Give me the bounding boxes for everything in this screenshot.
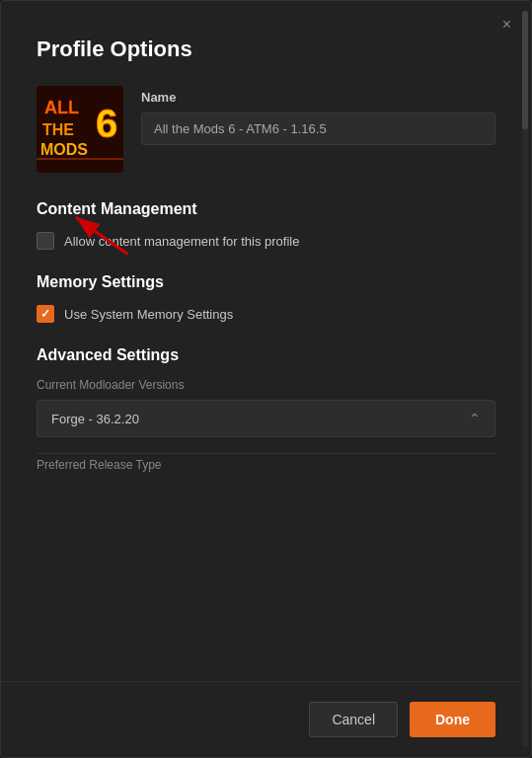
content-management-section: Content Management Allow content managem… xyxy=(37,200,495,250)
cancel-button[interactable]: Cancel xyxy=(309,702,398,737)
advanced-settings-section: Advanced Settings Current Modloader Vers… xyxy=(37,346,495,476)
profile-image: ALL THE MODS 6 xyxy=(37,86,123,173)
svg-text:ALL: ALL xyxy=(44,98,79,117)
dialog-body: Profile Options ALL THE MODS 6 xyxy=(1,1,531,681)
modloader-value: Forge - 36.2.20 xyxy=(51,412,139,426)
dialog-title: Profile Options xyxy=(37,37,495,62)
done-button[interactable]: Done xyxy=(410,702,495,737)
profile-row: ALL THE MODS 6 Name All the Mods 6 - ATM… xyxy=(37,86,495,173)
scrollbar-thumb[interactable] xyxy=(522,11,528,129)
svg-text:THE: THE xyxy=(42,121,74,138)
memory-settings-label: Use System Memory Settings xyxy=(64,307,233,322)
scrollbar-track[interactable] xyxy=(522,11,528,747)
memory-settings-section: Memory Settings ✓ Use System Memory Sett… xyxy=(37,273,495,323)
name-input[interactable]: All the Mods 6 - ATM6 - 1.16.5 xyxy=(141,113,495,145)
svg-text:MODS: MODS xyxy=(40,141,88,158)
memory-settings-checkbox-row[interactable]: ✓ Use System Memory Settings xyxy=(37,305,495,323)
preferred-release-label: Preferred Release Type xyxy=(37,453,495,476)
modloader-dropdown[interactable]: Forge - 36.2.20 ⌃ xyxy=(37,400,495,437)
chevron-up-icon: ⌃ xyxy=(469,411,481,426)
content-management-checkbox-row[interactable]: Allow content management for this profil… xyxy=(37,232,495,250)
dialog-footer: Cancel Done xyxy=(1,681,531,757)
modloader-label: Current Modloader Versions xyxy=(37,378,495,392)
memory-settings-title: Memory Settings xyxy=(37,273,495,291)
profile-name-column: Name All the Mods 6 - ATM6 - 1.16.5 xyxy=(141,86,495,145)
profile-options-dialog: × Profile Options ALL THE MODS 6 xyxy=(0,0,532,758)
close-button[interactable]: × xyxy=(498,15,515,35)
content-management-checkbox[interactable] xyxy=(37,232,54,250)
name-label: Name xyxy=(141,90,495,105)
memory-settings-checkbox[interactable]: ✓ xyxy=(37,305,54,323)
content-management-label: Allow content management for this profil… xyxy=(64,234,299,249)
content-management-title: Content Management xyxy=(37,200,495,218)
advanced-settings-title: Advanced Settings xyxy=(37,346,495,364)
svg-text:6: 6 xyxy=(96,102,117,145)
